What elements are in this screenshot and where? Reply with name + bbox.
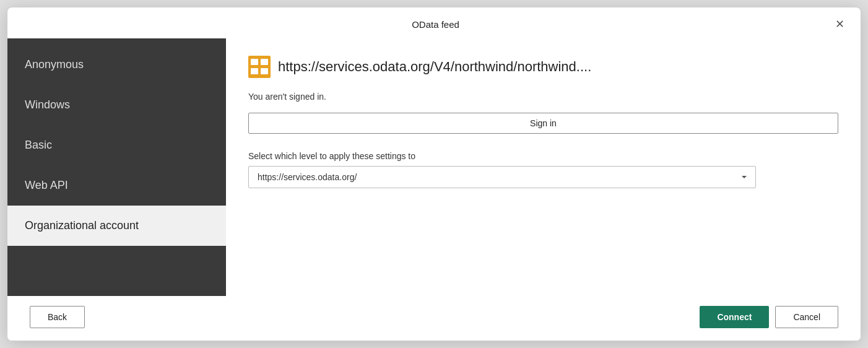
not-signed-in-text: You aren't signed in. xyxy=(248,92,838,102)
odata-feed-dialog: OData feed ✕ Anonymous Windows Basic Web… xyxy=(7,7,861,341)
sidebar-item-basic[interactable]: Basic xyxy=(7,125,226,165)
svg-rect-3 xyxy=(251,68,258,74)
footer-left: Back xyxy=(30,306,85,328)
level-select[interactable]: https://services.odata.org/ https://serv… xyxy=(248,166,756,188)
connect-button[interactable]: Connect xyxy=(700,306,769,328)
sign-in-button[interactable]: Sign in xyxy=(248,113,838,134)
dialog-footer: Back Connect Cancel xyxy=(7,296,861,341)
cancel-button[interactable]: Cancel xyxy=(775,306,838,328)
sidebar-item-windows[interactable]: Windows xyxy=(7,85,226,125)
main-content: https://services.odata.org/V4/northwind/… xyxy=(226,38,861,296)
url-display: https://services.odata.org/V4/northwind/… xyxy=(278,59,591,75)
odata-icon xyxy=(248,56,271,78)
sidebar-item-organizational-account[interactable]: Organizational account xyxy=(7,206,226,246)
svg-rect-2 xyxy=(261,59,268,65)
dialog-header: OData feed ✕ xyxy=(7,7,861,38)
dialog-title: OData feed xyxy=(40,19,831,30)
select-label: Select which level to apply these settin… xyxy=(248,151,838,161)
svg-rect-1 xyxy=(251,59,258,65)
sidebar-item-web-api[interactable]: Web API xyxy=(7,165,226,206)
sidebar: Anonymous Windows Basic Web API Organiza… xyxy=(7,38,226,296)
url-row: https://services.odata.org/V4/northwind/… xyxy=(248,56,838,78)
back-button[interactable]: Back xyxy=(30,306,85,328)
dialog-body: Anonymous Windows Basic Web API Organiza… xyxy=(7,38,861,296)
svg-rect-4 xyxy=(261,68,268,74)
footer-right: Connect Cancel xyxy=(700,306,838,328)
sidebar-item-anonymous[interactable]: Anonymous xyxy=(7,45,226,85)
close-button[interactable]: ✕ xyxy=(831,16,848,32)
